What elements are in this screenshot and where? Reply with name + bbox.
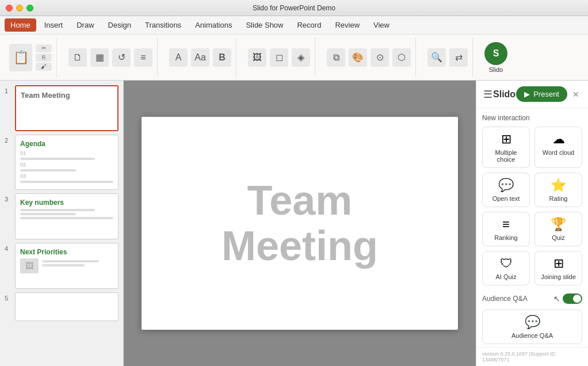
menu-view[interactable]: View <box>368 18 395 32</box>
canvas-area[interactable]: TeamMeeting <box>124 81 476 366</box>
ribbon-group-font: A Aa B <box>165 38 236 77</box>
menu-draw[interactable]: Draw <box>71 18 100 32</box>
minimize-window-button[interactable] <box>16 5 23 12</box>
slido-ribbon-button[interactable]: S Slido <box>484 42 507 73</box>
ribbon-copy-icon[interactable]: ⎘ <box>36 54 52 62</box>
ribbon-font-icon[interactable]: A <box>169 48 188 67</box>
audience-qa-icon: 💬 <box>525 315 540 330</box>
ribbon-replace-icon[interactable]: ⇄ <box>449 48 468 67</box>
ribbon-image-icon[interactable]: 🖼 <box>248 48 266 67</box>
slide-card-2[interactable]: Agenda 01 02 03 <box>15 135 119 190</box>
slide-4-image-placeholder: 🖼 <box>20 258 39 273</box>
ranking-icon: ≡ <box>502 217 510 232</box>
slide-thumb-1[interactable]: 1 Team Meeting <box>5 85 119 131</box>
slide-card-4[interactable]: Next Priorities 🖼 <box>15 243 119 289</box>
ribbon-reset-icon[interactable]: ↺ <box>112 48 131 67</box>
ribbon-fontsize-icon[interactable]: Aa <box>191 48 209 67</box>
maximize-window-button[interactable] <box>26 5 33 12</box>
cursor-indicator: ↖ <box>553 294 560 303</box>
joining-slide-icon: ⊞ <box>553 256 564 271</box>
slide-2-line3 <box>20 181 113 183</box>
interaction-multiple-choice[interactable]: ⊞ Multiple choice <box>482 127 530 168</box>
slide-number-3: 3 <box>5 193 12 203</box>
menu-record[interactable]: Record <box>291 18 327 32</box>
menu-design[interactable]: Design <box>102 18 137 32</box>
slide-1-title: Team Meeting <box>21 91 113 100</box>
audience-qa-card-label: Audience Q&A <box>511 332 553 339</box>
ribbon-shapes-icon[interactable]: ◻ <box>270 48 288 67</box>
menu-animations[interactable]: Animations <box>189 18 238 32</box>
slide-3-line1 <box>20 209 95 211</box>
slide-thumb-3[interactable]: 3 Key numbers <box>5 193 119 239</box>
slide-card-3[interactable]: Key numbers <box>15 193 119 239</box>
ribbon-bold-icon[interactable]: B <box>213 48 231 67</box>
ribbon-quick-styles-icon[interactable]: 🎨 <box>349 48 367 67</box>
window-title: Slido for PowerPoint Demo <box>253 4 335 12</box>
slide-card-5[interactable] <box>15 292 119 321</box>
interaction-quiz[interactable]: 🏆 Quiz <box>534 212 582 246</box>
interaction-ai-quiz[interactable]: 🛡 AI Quiz <box>482 251 530 285</box>
ribbon-smartart-icon[interactable]: ◈ <box>292 48 310 67</box>
ribbon-group-slides: 🗋 ▦ ↺ ≡ <box>64 38 158 77</box>
ribbon-group-clipboard: 📋 ✂ ⎘ 🖌 <box>5 38 57 77</box>
ribbon-group-editing: 🔍 ⇄ <box>423 38 473 77</box>
slide-thumb-5[interactable]: 5 <box>5 292 119 321</box>
menu-slideshow[interactable]: Slide Show <box>240 18 289 32</box>
ribbon-cut-icon[interactable]: ✂ <box>36 44 52 52</box>
ribbon-shape-fill-icon[interactable]: ⊙ <box>371 48 389 67</box>
slido-menu-icon[interactable]: ☰ <box>483 88 492 101</box>
ribbon-new-slide-icon[interactable]: 🗋 <box>68 48 87 67</box>
ribbon-section-icon[interactable]: ≡ <box>134 48 152 67</box>
slide-4-line1 <box>42 260 99 262</box>
multiple-choice-label: Multiple choice <box>487 149 525 163</box>
slide-3-line2 <box>20 213 76 215</box>
ribbon-layout-icon[interactable]: ▦ <box>90 48 109 67</box>
interaction-ranking[interactable]: ≡ Ranking <box>482 212 530 246</box>
slide-thumb-4[interactable]: 4 Next Priorities 🖼 <box>5 243 119 289</box>
menu-transitions[interactable]: Transitions <box>139 18 187 32</box>
interaction-grid: ⊞ Multiple choice ☁ Word cloud 💬 Open te… <box>482 127 582 285</box>
slide-number-4: 4 <box>5 243 12 252</box>
toggle-knob <box>573 295 581 303</box>
slido-present-button[interactable]: ▶ Present <box>516 86 567 102</box>
ribbon-paste-icon[interactable]: 📋 <box>9 44 32 71</box>
word-cloud-label: Word cloud <box>543 149 574 156</box>
ribbon-shape-outline-icon[interactable]: ⬡ <box>392 48 411 67</box>
joining-slide-label: Joining slide <box>541 273 576 280</box>
ai-quiz-icon: 🛡 <box>500 256 513 271</box>
menu-review[interactable]: Review <box>329 18 365 32</box>
open-text-label: Open text <box>492 195 520 202</box>
ribbon-arrange-icon[interactable]: ⧉ <box>327 48 345 67</box>
slido-panel: ☰ Slido ▶ Present ✕ New interaction ⊞ Mu… <box>476 81 588 366</box>
slide-3-title: Key numbers <box>20 199 113 207</box>
interaction-word-cloud[interactable]: ☁ Word cloud <box>534 127 582 168</box>
traffic-lights[interactable] <box>6 5 33 12</box>
slide-thumb-2[interactable]: 2 Agenda 01 02 03 <box>5 135 119 190</box>
present-icon: ▶ <box>524 90 530 98</box>
slido-panel-content: New interaction ⊞ Multiple choice ☁ Word… <box>476 108 588 347</box>
slide-card-1[interactable]: Team Meeting <box>15 85 119 131</box>
interaction-joining-slide[interactable]: ⊞ Joining slide <box>534 251 582 285</box>
slide-2-line1 <box>20 158 95 160</box>
slido-panel-footer: version 0.25.0.1697 |Support ID: 13496/7… <box>476 347 588 366</box>
menu-home[interactable]: Home <box>5 18 36 32</box>
slido-close-button[interactable]: ✕ <box>571 89 581 100</box>
ribbon-format-painter-icon[interactable]: 🖌 <box>36 63 52 71</box>
close-window-button[interactable] <box>6 5 13 12</box>
menu-insert[interactable]: Insert <box>39 18 69 32</box>
main-area: 1 Team Meeting 2 Agenda 01 02 03 3 Key n… <box>0 81 588 366</box>
ranking-label: Ranking <box>494 234 517 241</box>
interaction-rating[interactable]: ⭐ Rating <box>534 173 582 207</box>
audience-qa-section-label: Audience Q&A <box>482 295 528 303</box>
slide-number-2: 2 <box>5 135 12 144</box>
slido-ribbon-label: Slido <box>489 66 503 73</box>
interaction-audience-qa[interactable]: 💬 Audience Q&A <box>482 310 582 344</box>
multiple-choice-icon: ⊞ <box>501 132 511 147</box>
slide-4-line2 <box>42 264 85 266</box>
audience-qa-toggle[interactable] <box>563 293 582 304</box>
slide-number-5: 5 <box>5 292 12 302</box>
ribbon-find-icon[interactable]: 🔍 <box>427 48 446 67</box>
quiz-label: Quiz <box>552 234 565 241</box>
interaction-open-text[interactable]: 💬 Open text <box>482 173 530 207</box>
ai-quiz-label: AI Quiz <box>495 273 516 280</box>
